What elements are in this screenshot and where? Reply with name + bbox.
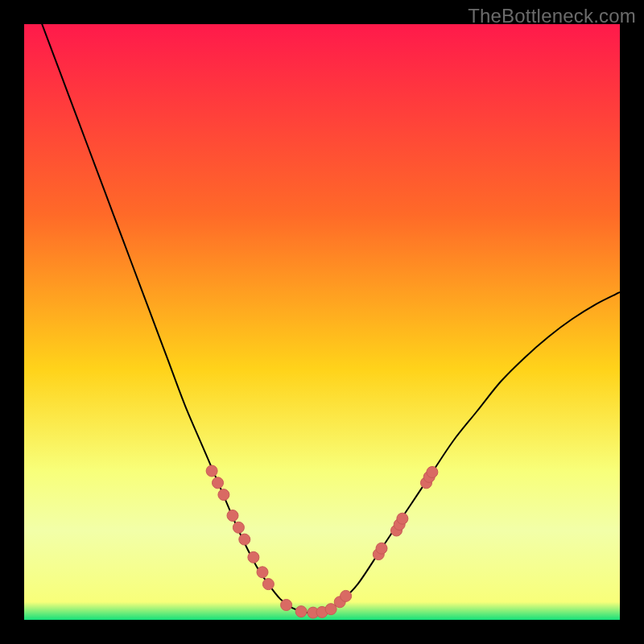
curve-marker xyxy=(213,477,224,489)
plot-background xyxy=(24,24,620,620)
curve-marker xyxy=(397,513,408,524)
curve-marker xyxy=(239,534,250,545)
curve-marker xyxy=(341,590,352,601)
curve-marker xyxy=(262,579,274,590)
curve-marker xyxy=(295,606,307,617)
curve-marker xyxy=(206,465,217,477)
curve-marker xyxy=(233,522,244,533)
curve-marker xyxy=(376,543,387,554)
curve-marker xyxy=(248,551,259,563)
chart-stage: TheBottleneck.com xyxy=(0,0,644,644)
curve-marker xyxy=(257,567,268,578)
curve-marker xyxy=(227,510,238,522)
watermark-text: TheBottleneck.com xyxy=(468,5,636,27)
curve-marker xyxy=(281,600,292,611)
chart-svg xyxy=(24,24,620,620)
curve-marker xyxy=(427,466,438,477)
curve-marker xyxy=(218,489,229,501)
